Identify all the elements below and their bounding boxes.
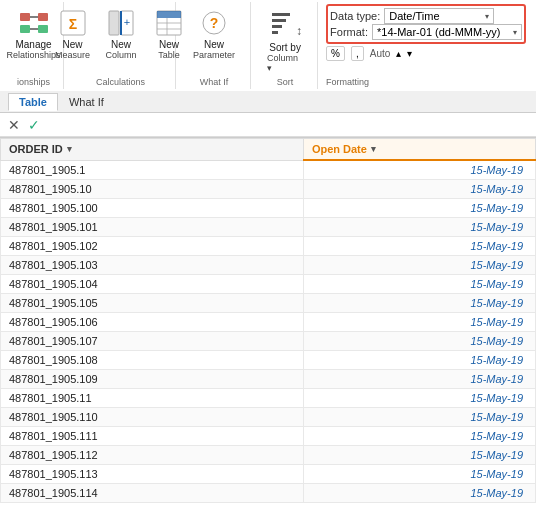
svg-rect-3 — [38, 25, 48, 33]
table-row[interactable]: 487801_1905.1115-May-19 — [1, 389, 536, 408]
svg-text:+: + — [124, 16, 130, 28]
order-id-cell: 487801_1905.104 — [1, 275, 304, 294]
table-row[interactable]: 487801_1905.10315-May-19 — [1, 256, 536, 275]
new-measure-label: New — [63, 39, 83, 50]
dec-down-icon[interactable]: ▾ — [407, 48, 412, 59]
format-label-text: Format: — [330, 26, 368, 38]
format-dropdown[interactable]: *14-Mar-01 (dd-MMM-yy) ▾ — [372, 24, 522, 40]
table-row[interactable]: 487801_1905.10015-May-19 — [1, 199, 536, 218]
header-row: ORDER ID ▾ Open Date ▾ — [1, 139, 536, 161]
svg-rect-21 — [272, 25, 282, 28]
table-row[interactable]: 487801_1905.11215-May-19 — [1, 446, 536, 465]
comma-button[interactable]: , — [351, 46, 364, 61]
svg-rect-20 — [272, 19, 286, 22]
open-date-cell: 15-May-19 — [303, 408, 535, 427]
calculations-group-label: Calculations — [96, 75, 145, 87]
relationships-group-label: ionships — [17, 75, 50, 87]
table-row[interactable]: 487801_1905.10915-May-19 — [1, 370, 536, 389]
svg-text:?: ? — [210, 15, 219, 31]
datatype-arrow-icon: ▾ — [485, 12, 489, 21]
open-date-cell: 15-May-19 — [303, 256, 535, 275]
format-value: *14-Mar-01 (dd-MMM-yy) — [377, 26, 513, 38]
order-id-cell: 487801_1905.112 — [1, 446, 304, 465]
order-id-cell: 487801_1905.11 — [1, 389, 304, 408]
new-column-button[interactable]: + New Column — [99, 4, 143, 63]
table-row[interactable]: 487801_1905.10415-May-19 — [1, 275, 536, 294]
open-date-cell: 15-May-19 — [303, 484, 535, 503]
calculations-group: Σ New Measure + New — [66, 2, 176, 89]
order-id-cell: 487801_1905.110 — [1, 408, 304, 427]
open-date-cell: 15-May-19 — [303, 199, 535, 218]
table-row[interactable]: 487801_1905.115-May-19 — [1, 160, 536, 180]
order-id-header: ORDER ID ▾ — [1, 139, 304, 161]
datatype-row: Data type: Date/Time ▾ — [330, 8, 522, 24]
order-id-cell: 487801_1905.10 — [1, 180, 304, 199]
order-id-cell: 487801_1905.105 — [1, 294, 304, 313]
order-id-cell: 487801_1905.111 — [1, 427, 304, 446]
measure-icon: Σ — [57, 7, 89, 39]
order-id-cell: 487801_1905.106 — [1, 313, 304, 332]
new-measure-sublabel: Measure — [55, 50, 90, 60]
svg-text:Σ: Σ — [68, 16, 76, 32]
svg-rect-19 — [272, 13, 290, 16]
dec-up-icon[interactable]: ▴ — [396, 48, 401, 59]
order-id-cell: 487801_1905.102 — [1, 237, 304, 256]
table-row[interactable]: 487801_1905.10615-May-19 — [1, 313, 536, 332]
open-date-header: Open Date ▾ — [303, 139, 535, 161]
table-row[interactable]: 487801_1905.1015-May-19 — [1, 180, 536, 199]
order-id-cell: 487801_1905.100 — [1, 199, 304, 218]
order-id-cell: 487801_1905.108 — [1, 351, 304, 370]
svg-text:↕: ↕ — [296, 24, 302, 38]
cancel-button[interactable]: ✕ — [8, 117, 20, 133]
tab-whatif[interactable]: What If — [58, 93, 115, 111]
format-row: Format: *14-Mar-01 (dd-MMM-yy) ▾ — [330, 24, 522, 40]
table-row[interactable]: 487801_1905.11415-May-19 — [1, 484, 536, 503]
order-id-label: ORDER ID — [9, 143, 63, 155]
datatype-dropdown[interactable]: Date/Time ▾ — [384, 8, 494, 24]
sort-label: Sort by — [269, 42, 301, 53]
percent-button[interactable]: % — [326, 46, 345, 61]
open-date-cell: 15-May-19 — [303, 275, 535, 294]
table-row[interactable]: 487801_1905.11115-May-19 — [1, 427, 536, 446]
table-row[interactable]: 487801_1905.11315-May-19 — [1, 465, 536, 484]
table-row[interactable]: 487801_1905.10215-May-19 — [1, 237, 536, 256]
whatif-group: ? New Parameter What If — [178, 2, 251, 89]
parameter-icon: ? — [198, 7, 230, 39]
new-column-label: New — [111, 39, 131, 50]
format-arrow-icon: ▾ — [513, 28, 517, 37]
ok-button[interactable]: ✓ — [28, 117, 40, 133]
order-id-cell: 487801_1905.101 — [1, 218, 304, 237]
table-row[interactable]: 487801_1905.11015-May-19 — [1, 408, 536, 427]
ribbon: Manage Relationships ionships Σ New Mea — [0, 0, 536, 138]
table-row[interactable]: 487801_1905.10515-May-19 — [1, 294, 536, 313]
table-row[interactable]: 487801_1905.10115-May-19 — [1, 218, 536, 237]
open-date-cell: 15-May-19 — [303, 446, 535, 465]
open-date-cell: 15-May-19 — [303, 180, 535, 199]
open-date-cell: 15-May-19 — [303, 427, 535, 446]
order-id-cell: 487801_1905.113 — [1, 465, 304, 484]
new-measure-button[interactable]: Σ New Measure — [50, 4, 95, 63]
open-date-cell: 15-May-19 — [303, 294, 535, 313]
tab-table[interactable]: Table — [8, 93, 58, 111]
datatype-label: Data type: — [330, 10, 380, 22]
checkmark-bar: ✕ ✓ — [0, 113, 536, 137]
format-highlight-box: Data type: Date/Time ▾ Format: *14-Mar-0… — [326, 4, 526, 44]
sort-group: ↕ Sort by Column ▾ Sort — [253, 2, 318, 89]
parameter-label: New — [204, 39, 224, 50]
sort-by-column-button[interactable]: ↕ Sort by Column ▾ — [261, 4, 309, 75]
open-date-filter-icon[interactable]: ▾ — [371, 144, 376, 154]
table-body: 487801_1905.115-May-19487801_1905.1015-M… — [1, 160, 536, 503]
open-date-cell: 15-May-19 — [303, 332, 535, 351]
column-icon: + — [105, 7, 137, 39]
context-tabs-bar: Table What If — [0, 91, 536, 113]
order-id-cell: 487801_1905.109 — [1, 370, 304, 389]
table-row[interactable]: 487801_1905.10815-May-19 — [1, 351, 536, 370]
table-row[interactable]: 487801_1905.10715-May-19 — [1, 332, 536, 351]
open-date-label: Open Date — [312, 143, 367, 155]
format-mini-toolbar: % , Auto ▴ ▾ — [326, 46, 526, 61]
new-parameter-button[interactable]: ? New Parameter — [188, 4, 240, 63]
order-id-filter-icon[interactable]: ▾ — [67, 144, 72, 154]
open-date-cell: 15-May-19 — [303, 218, 535, 237]
svg-rect-22 — [272, 31, 278, 34]
data-table-container: ORDER ID ▾ Open Date ▾ 487801_1905.115-M… — [0, 138, 536, 532]
